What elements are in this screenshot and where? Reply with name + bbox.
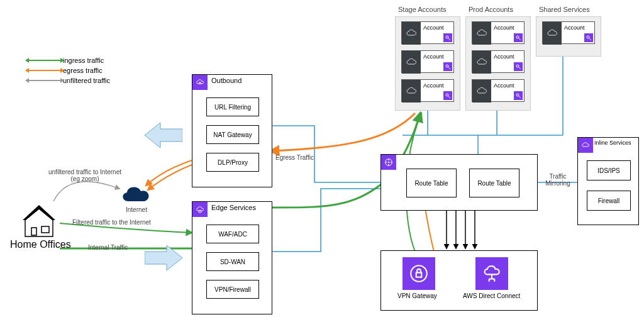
inline-services-box: Inline Services IDS/IPS Firewall bbox=[577, 137, 639, 225]
account-label: Account bbox=[494, 25, 514, 31]
firewall: Firewall bbox=[587, 191, 631, 211]
cloud-icon bbox=[472, 51, 491, 74]
outbound-title: Outbound bbox=[211, 77, 242, 84]
prod-title: Prod Accounts bbox=[469, 6, 513, 13]
account-label: Account bbox=[564, 25, 585, 31]
shared-title: Shared Services bbox=[539, 6, 590, 13]
filtered-label: Filtered traffic to the Internet bbox=[72, 219, 151, 226]
cloud-security-icon bbox=[578, 138, 593, 153]
account-card: Account bbox=[472, 21, 525, 44]
big-arrow-right bbox=[145, 245, 182, 270]
key-icon bbox=[443, 33, 452, 42]
cloud-icon bbox=[402, 22, 421, 45]
route-table-1: Route Table bbox=[406, 169, 457, 197]
key-icon bbox=[443, 62, 452, 71]
legend-unfiltered: unfiltered traffic bbox=[29, 77, 110, 84]
cloud-icon bbox=[472, 80, 491, 103]
account-label: Account bbox=[494, 53, 514, 60]
key-icon bbox=[514, 91, 523, 100]
route-table-2: Route Table bbox=[469, 169, 519, 197]
account-card: Account bbox=[542, 21, 595, 44]
home-offices-icon bbox=[19, 201, 59, 240]
ids-ips: IDS/IPS bbox=[587, 160, 631, 180]
account-label: Account bbox=[423, 53, 444, 60]
cloud-icon bbox=[543, 22, 562, 45]
internet-cloud bbox=[118, 182, 153, 209]
url-filtering: URL Filtering bbox=[206, 97, 259, 116]
account-card: Account bbox=[401, 21, 454, 44]
sd-wan: SD-WAN bbox=[206, 252, 259, 271]
legend-egress-label: egress traffic bbox=[63, 67, 103, 74]
unfiltered-note: unfiltered traffic to Internet (eg zoom) bbox=[44, 169, 126, 182]
egress-path-label: Egress Traffic bbox=[275, 154, 314, 161]
internal-label: Internal Traffic bbox=[88, 244, 128, 251]
internet-label: Internet bbox=[126, 206, 147, 213]
vpn-firewall: VPN/Firewall bbox=[206, 280, 259, 299]
traffic-mirroring-label: Traffic Mirroring bbox=[542, 173, 574, 187]
svg-point-10 bbox=[411, 265, 427, 282]
cloud-icon bbox=[402, 80, 421, 103]
stage-title: Stage Accounts bbox=[398, 6, 446, 13]
direct-connect-label: AWS Direct Connect bbox=[463, 292, 520, 299]
legend: ingress traffic egress traffic unfiltere… bbox=[29, 57, 110, 87]
key-icon bbox=[514, 33, 523, 42]
account-label: Account bbox=[423, 25, 444, 31]
account-label: Account bbox=[494, 82, 514, 89]
nat-gateway: NAT Gateway bbox=[206, 125, 259, 144]
big-arrow-left bbox=[145, 123, 182, 148]
cloud-icon bbox=[402, 51, 421, 74]
vpn-gateway-icon bbox=[402, 257, 435, 290]
key-icon bbox=[584, 33, 593, 42]
account-label: Account bbox=[423, 82, 444, 89]
legend-ingress: ingress traffic bbox=[29, 57, 110, 64]
dlp-proxy: DLP/Proxy bbox=[206, 153, 259, 172]
outbound-box: Outbound URL Filtering NAT Gateway DLP/P… bbox=[192, 74, 272, 187]
waf-adc: WAF/ADC bbox=[206, 225, 259, 243]
key-icon bbox=[514, 62, 523, 71]
legend-ingress-label: ingress traffic bbox=[63, 57, 104, 64]
home-offices-label: Home Offices bbox=[10, 239, 71, 250]
legend-egress: egress traffic bbox=[29, 67, 110, 74]
transit-gateway-icon bbox=[381, 155, 396, 170]
account-card: Account bbox=[472, 50, 525, 73]
cloud-icon bbox=[472, 22, 491, 45]
edge-title: Edge Services bbox=[211, 204, 256, 211]
diagram-canvas: ingress traffic egress traffic unfiltere… bbox=[0, 0, 644, 322]
account-card: Account bbox=[472, 79, 525, 102]
connectivity-box: VPN Gateway AWS Direct Connect bbox=[380, 250, 538, 311]
legend-unfiltered-label: unfiltered traffic bbox=[63, 77, 110, 84]
edge-services-box: Edge Services WAF/ADC SD-WAN VPN/Firewal… bbox=[192, 201, 272, 314]
direct-connect-icon bbox=[475, 257, 508, 290]
account-card: Account bbox=[401, 79, 454, 102]
cloud-security-icon bbox=[192, 75, 208, 90]
routing-box: Route Table Route Table bbox=[380, 154, 538, 211]
vpn-gateway-label: VPN Gateway bbox=[397, 292, 437, 299]
inline-title: Inline Services bbox=[594, 140, 631, 146]
svg-rect-11 bbox=[416, 273, 422, 277]
cloud-security-icon bbox=[192, 202, 208, 217]
key-icon bbox=[443, 91, 452, 100]
account-card: Account bbox=[401, 50, 454, 73]
svg-point-9 bbox=[388, 162, 390, 164]
